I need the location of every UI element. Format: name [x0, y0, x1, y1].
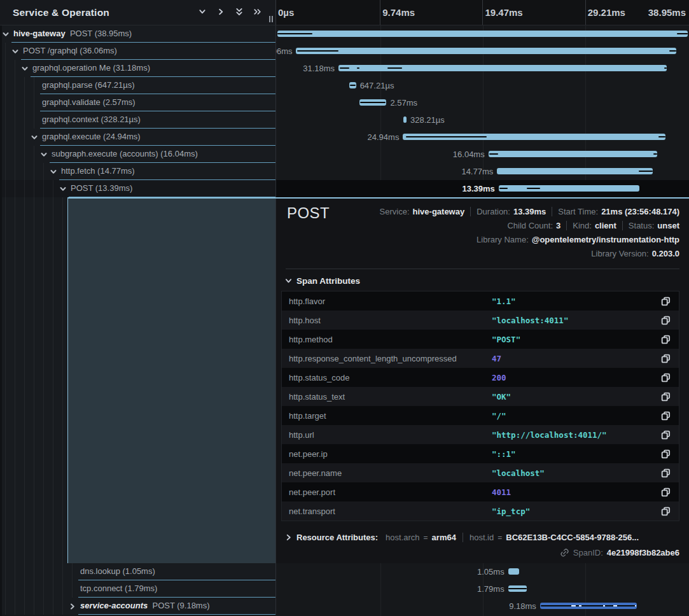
- span-timeline-cell[interactable]: 38.95ms: [276, 25, 689, 43]
- resource-attributes-row[interactable]: Resource Attributes: host.arch=arm64host…: [285, 533, 679, 542]
- copy-icon[interactable]: [653, 335, 679, 344]
- indent-guide: [24, 163, 25, 180]
- timeline-tick-label: 0µs: [278, 0, 294, 25]
- collapse-all-icon[interactable]: [235, 8, 243, 16]
- span-timeline-cell[interactable]: 14.77ms: [276, 163, 689, 180]
- overview-line: Library Name:@opentelemetry/instrumentat…: [477, 232, 679, 246]
- span-bar[interactable]: [497, 168, 653, 174]
- indent-guide: [72, 580, 73, 598]
- critical-path-segment: [653, 153, 657, 155]
- critical-path-segment: [297, 50, 338, 52]
- span-bar[interactable]: [296, 48, 676, 54]
- copy-icon[interactable]: [653, 449, 679, 459]
- span-name-cell[interactable]: subgraph.execute (accounts) (16.04ms): [0, 146, 276, 163]
- span-attributes-header[interactable]: Span Attributes: [285, 276, 689, 286]
- span-name-cell[interactable]: graphql.validate (2.57ms): [0, 94, 276, 111]
- copy-icon[interactable]: [653, 354, 679, 363]
- span-timeline-cell[interactable]: 328.21µs: [276, 111, 689, 129]
- span-row[interactable]: dns.lookup (1.05ms)1.05ms: [0, 563, 689, 580]
- span-timeline-cell[interactable]: 24.94ms: [276, 129, 689, 146]
- copy-icon[interactable]: [653, 373, 679, 382]
- indent-guide: [15, 129, 15, 146]
- service-operation-title: Service & Operation: [13, 7, 109, 18]
- chevron-down-icon[interactable]: [41, 151, 47, 158]
- span-name-cell[interactable]: service-accounts POST (9.18ms): [0, 598, 276, 615]
- span-row[interactable]: tcp.connect (1.79ms)1.79ms: [0, 580, 689, 598]
- span-bar[interactable]: [499, 185, 640, 192]
- critical-path-segment: [277, 33, 312, 34]
- span-row[interactable]: graphql.validate (2.57ms)2.57ms: [0, 94, 689, 111]
- chevron-down-icon[interactable]: [22, 66, 28, 72]
- span-timeline-cell[interactable]: 13.39ms: [276, 180, 689, 197]
- span-timeline-cell[interactable]: 647.21µs: [276, 77, 689, 94]
- attribute-value: "POST": [492, 335, 653, 344]
- span-timeline-cell[interactable]: 9.18ms: [276, 598, 689, 615]
- collapse-one-icon[interactable]: [198, 8, 206, 16]
- span-bar[interactable]: [489, 151, 658, 157]
- chevron-down-icon[interactable]: [3, 31, 9, 38]
- span-name-label: graphql.validate (2.57ms): [42, 94, 136, 111]
- span-name-cell[interactable]: http.fetch (14.77ms): [0, 163, 276, 180]
- timeline-track: 647.21µs: [277, 77, 688, 94]
- span-bar[interactable]: [277, 31, 688, 37]
- span-row[interactable]: POST (13.39ms)13.39ms: [0, 180, 689, 197]
- expand-all-icon[interactable]: [254, 8, 261, 16]
- expand-one-icon[interactable]: [217, 8, 225, 16]
- timeline-tick-label: 19.47ms: [485, 0, 522, 25]
- span-name-cell[interactable]: dns.lookup (1.05ms): [0, 563, 276, 580]
- span-bar[interactable]: [403, 116, 407, 123]
- chevron-down-icon[interactable]: [31, 134, 38, 141]
- span-name-cell[interactable]: tcp.connect (1.79ms): [0, 580, 276, 598]
- copy-icon[interactable]: [653, 297, 679, 306]
- copy-icon[interactable]: [653, 507, 679, 516]
- timeline-header[interactable]: 0µs9.74ms19.47ms29.21ms38.95ms: [276, 0, 689, 25]
- operation-name: graphql.validate (2.57ms): [42, 97, 136, 107]
- column-resize-handle[interactable]: [269, 16, 274, 22]
- timeline-tick-label: 29.21ms: [588, 0, 625, 25]
- span-row[interactable]: graphql.execute (24.94ms)24.94ms: [0, 129, 689, 146]
- span-bar[interactable]: [508, 568, 519, 575]
- copy-icon[interactable]: [653, 392, 679, 402]
- span-name-cell[interactable]: POST (13.39ms): [0, 180, 276, 197]
- chevron-down-icon[interactable]: [50, 169, 57, 175]
- span-row[interactable]: graphql.context (328.21µs)328.21µs: [0, 111, 689, 129]
- span-timeline-cell[interactable]: 2.57ms: [276, 94, 689, 111]
- span-row[interactable]: subgraph.execute (accounts) (16.04ms)16.…: [0, 146, 689, 163]
- chevron-down-icon[interactable]: [12, 48, 18, 55]
- critical-path-segment: [357, 67, 360, 69]
- span-name-cell[interactable]: graphql.context (328.21µs): [0, 111, 276, 129]
- copy-icon[interactable]: [653, 468, 679, 478]
- span-name-cell[interactable]: POST /graphql (36.06ms): [0, 43, 276, 60]
- copy-icon[interactable]: [653, 430, 679, 440]
- copy-icon[interactable]: [653, 411, 679, 421]
- timeline-gridline: [585, 0, 586, 25]
- span-timeline-cell[interactable]: 16.04ms: [276, 146, 689, 163]
- critical-path-segment: [387, 67, 402, 69]
- span-name-cell[interactable]: graphql.parse (647.21µs): [0, 77, 276, 94]
- indent-guide: [15, 111, 15, 129]
- chevron-down-icon[interactable]: [60, 186, 66, 192]
- overview-line: Service:hive-gatewayDuration:13.39msStar…: [380, 204, 679, 218]
- span-name-cell[interactable]: graphql.operation Me (31.18ms): [0, 60, 276, 77]
- span-row[interactable]: graphql.parse (647.21µs)647.21µs: [0, 77, 689, 94]
- indent-guide: [15, 163, 15, 180]
- span-timeline-cell[interactable]: 1.79ms: [276, 580, 689, 598]
- span-timeline-cell[interactable]: 36.06ms: [276, 43, 689, 60]
- indent-guide: [24, 180, 25, 197]
- chevron-right-icon[interactable]: [69, 603, 76, 610]
- attribute-key: http.target: [282, 411, 492, 421]
- indent-guide: [43, 598, 44, 615]
- span-row[interactable]: graphql.operation Me (31.18ms)31.18ms: [0, 60, 689, 77]
- copy-icon[interactable]: [653, 487, 679, 497]
- span-row[interactable]: http.fetch (14.77ms)14.77ms: [0, 163, 689, 180]
- span-timeline-cell[interactable]: 31.18ms: [276, 60, 689, 77]
- span-row[interactable]: hive-gateway POST (38.95ms)38.95ms: [0, 25, 689, 43]
- span-name-cell[interactable]: hive-gateway POST (38.95ms): [0, 25, 276, 43]
- span-timeline-cell[interactable]: 1.05ms: [276, 563, 689, 580]
- span-row[interactable]: POST /graphql (36.06ms)36.06ms: [0, 43, 689, 60]
- copy-icon[interactable]: [653, 316, 679, 325]
- span-name-cell[interactable]: graphql.execute (24.94ms): [0, 129, 276, 146]
- indent-guide: [62, 563, 63, 580]
- child-span-tick: [579, 605, 581, 606]
- span-row[interactable]: service-accounts POST (9.18ms)9.18ms: [0, 598, 689, 615]
